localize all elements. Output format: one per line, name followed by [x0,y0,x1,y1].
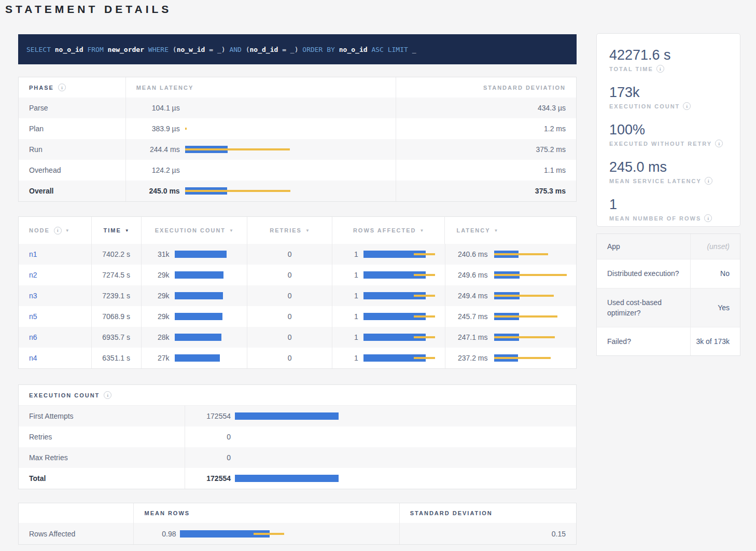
attr-label: Distributed execution? [597,259,690,287]
info-icon[interactable] [715,140,723,147]
latency-value: 245.7 ms [445,312,488,321]
latency-column-header[interactable]: LATENCY [444,217,576,244]
summary-label: MEAN SERVICE LATENCY [609,177,727,185]
exec-count-header-label: EXECUTION COUNT [155,227,226,233]
exec-count-label: Max Retries [19,447,185,468]
exec-count-label: First Attempts [19,406,185,426]
latency-header-label: LATENCY [456,227,490,233]
summary-card: 42271.6 s TOTAL TIME 173k EXECUTION COUN… [596,33,740,227]
std-dev-value: 375.2 ms [396,139,576,160]
mean-bar [175,354,220,362]
rows-affected-column-header[interactable]: ROWS AFFECTED [332,217,445,244]
attr-row-failed: Failed? 3k of 173k [597,327,740,355]
latency-bar [494,333,570,341]
mean-rows-value: 0.98 [144,530,176,538]
stddev-bar [414,295,435,297]
exec-count-value: 29k [142,292,170,300]
latency-value: 247.1 ms [445,333,488,341]
node-row: n5 7068.9 s 29k 0 1 245.7 ms [19,306,576,327]
mean-latency-value: 104.1 µs [136,104,180,112]
sql-keyword: WHERE [148,46,173,53]
summary-mean-service-latency: 245.0 ms MEAN SERVICE LATENCY [609,159,727,185]
stddev-bar [185,148,290,150]
stddev-bar [414,315,435,318]
info-icon[interactable] [704,214,712,222]
retries-value: 0 [247,244,332,265]
node-row: n4 6351.1 s 27k 0 1 237.2 ms [19,348,576,368]
rows-affected-value: 1 [332,354,358,362]
exec-count-bar [235,433,524,441]
latency-value: 249.6 ms [445,271,488,279]
summary-executed-without-retry: 100% EXECUTED WITHOUT RETRY [609,122,727,147]
retries-column-header[interactable]: RETRIES [247,217,332,244]
sort-icon[interactable] [65,228,69,233]
execution-count-table: EXECUTION COUNT First Attempts 172554 Re… [18,384,577,489]
exec-count-column-header[interactable]: EXECUTION COUNT [141,217,247,244]
node-link[interactable]: n2 [29,271,37,279]
sort-icon[interactable] [305,228,310,233]
phase-label: Parse [19,98,125,118]
summary-value: 245.0 ms [609,159,727,175]
node-column-header[interactable]: NODE [19,217,91,244]
exec-count-value: 0 [185,453,231,462]
rows-affected-label: Rows Affected [19,523,133,544]
exec-count-label: Total [19,468,185,489]
mean-latency-value: 124.2 µs [136,166,180,174]
rows-affected-bar [363,271,437,279]
sort-icon[interactable] [125,228,129,233]
node-time: 6351.1 s [91,348,141,368]
sort-icon[interactable] [229,228,233,233]
mean-rows-column-header: MEAN ROWS [133,503,399,523]
info-icon[interactable] [58,84,66,91]
latency-value: 237.2 ms [445,354,488,362]
latency-bar [494,354,570,362]
stddev-bar [185,128,187,130]
retries-value: 0 [247,348,332,368]
exec-count-row-total: Total 172554 [19,468,576,489]
latency-bar [494,312,570,321]
std-dev-column-header: STANDARD DEVIATION [396,77,576,98]
attr-row-distributed: Distributed execution? No [597,259,740,288]
info-icon[interactable] [705,177,712,185]
mean-bar [175,251,227,258]
node-link[interactable]: n5 [29,312,37,321]
attr-value: Yes [690,288,740,327]
phase-label: Overhead [19,160,125,181]
node-link[interactable]: n6 [29,333,37,341]
attr-value: No [690,259,740,287]
phase-label: Run [19,139,125,160]
stddev-bar [494,315,557,318]
stddev-bar [494,357,551,359]
mean-bar [235,412,339,420]
sort-icon[interactable] [419,228,424,233]
node-link[interactable]: n3 [29,292,37,300]
node-link[interactable]: n1 [29,250,37,258]
exec-count-value: 31k [142,250,170,258]
latency-bar [494,250,570,258]
latency-bar [185,145,396,154]
attr-row-app: App (unset) [597,234,740,259]
attributes-card: App (unset) Distributed execution? No Us… [596,233,740,356]
node-table-header: NODE TIME EXECUTION COUNT RETRIES [19,217,576,244]
stddev-bar [254,533,284,535]
info-icon[interactable] [656,65,664,73]
rows-affected-bar [363,312,437,321]
info-icon[interactable] [54,227,62,235]
phase-header-label: PHASE [29,85,54,91]
sql-keyword: ASC LIMIT [371,46,412,53]
sort-icon[interactable] [494,228,498,233]
summary-label: TOTAL TIME [609,65,727,73]
std-dev-value: 0.15 [399,523,576,544]
time-header-label: TIME [104,227,121,233]
info-icon[interactable] [104,391,111,399]
info-icon[interactable] [683,102,691,110]
node-link[interactable]: n4 [29,354,37,362]
rows-affected-bar [363,292,437,300]
time-column-header[interactable]: TIME [91,217,141,244]
sql-punct: ( [246,46,250,53]
summary-value: 173k [609,85,727,101]
retries-value: 0 [247,285,332,306]
rows-affected-value: 1 [332,333,358,341]
mean-latency-value: 245.0 ms [136,187,180,195]
exec-count-bar [175,250,226,258]
